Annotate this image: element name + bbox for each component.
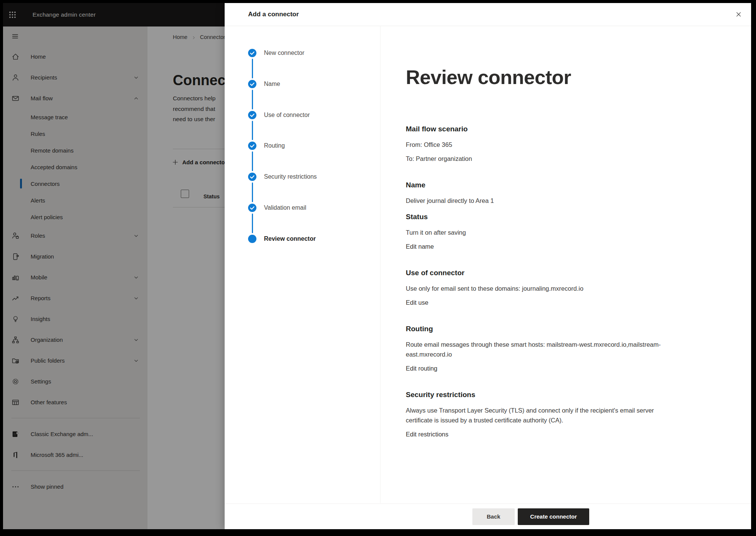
section-heading: Security restrictions: [406, 390, 708, 400]
step-label-use-of-connector[interactable]: Use of connector: [264, 110, 310, 120]
close-button[interactable]: [733, 9, 744, 20]
review-section-name: NameDeliver journal directly to Area 1St…: [406, 180, 708, 251]
step-complete-check-icon: [248, 173, 256, 181]
section-text: Turn it on after saving: [406, 227, 705, 237]
edit-link-edit-restrictions[interactable]: Edit restrictions: [406, 429, 449, 439]
step-connector-line: [252, 121, 253, 140]
step-complete-check-icon: [248, 80, 256, 88]
modal-overlay: [3, 3, 225, 529]
review-section-routing: RoutingRoute email messages through thes…: [406, 324, 708, 373]
step-label-security-restrictions[interactable]: Security restrictions: [264, 172, 317, 182]
step-label-validation-email[interactable]: Validation email: [264, 203, 306, 213]
step-connector-line: [252, 213, 253, 233]
review-pane: Review connector Mail flow scenarioFrom:…: [406, 3, 708, 456]
step-label-name[interactable]: Name: [264, 79, 280, 89]
step-complete-check-icon: [248, 111, 256, 119]
section-text: From: Office 365: [406, 140, 705, 150]
step-label-new-connector[interactable]: New connector: [264, 48, 304, 58]
section-heading: Use of connector: [406, 268, 708, 278]
review-section-use-of-connector: Use of connectorUse only for email sent …: [406, 268, 708, 307]
exchange-admin-app: Exchange admin center HomeRecipientsMail…: [3, 3, 751, 529]
create-connector-button[interactable]: Create connector: [518, 508, 589, 525]
step-label-review-connector[interactable]: Review connector: [264, 234, 316, 244]
review-section-security-restrictions: Security restrictionsAlways use Transpor…: [406, 390, 708, 439]
section-text: Deliver journal directly to Area 1: [406, 196, 705, 206]
add-connector-wizard: Add a connector New connectorNameUse of …: [225, 3, 751, 529]
close-icon: [735, 11, 742, 18]
step-complete-check-icon: [248, 204, 256, 212]
section-text: Always use Transport Layer Security (TLS…: [406, 405, 705, 425]
step-complete-check-icon: [248, 142, 256, 150]
section-heading: Status: [406, 212, 708, 222]
review-sections: Mail flow scenarioFrom: Office 365To: Pa…: [406, 124, 708, 439]
divider: [380, 26, 380, 503]
back-button[interactable]: Back: [472, 508, 515, 525]
section-heading: Mail flow scenario: [406, 124, 708, 134]
edit-link-edit-use[interactable]: Edit use: [406, 298, 428, 307]
wizard-footer: Back Create connector: [225, 503, 751, 529]
step-label-routing[interactable]: Routing: [264, 141, 285, 151]
section-text: Route email messages through these smart…: [406, 340, 705, 359]
edit-link-edit-routing[interactable]: Edit routing: [406, 363, 437, 373]
step-connector-line: [252, 151, 253, 171]
section-heading: Name: [406, 180, 708, 190]
review-section-mail-flow-scenario: Mail flow scenarioFrom: Office 365To: Pa…: [406, 124, 708, 164]
section-text: To: Partner organization: [406, 154, 705, 164]
step-connector-line: [252, 59, 253, 78]
step-current-dot-icon: [248, 235, 256, 243]
wizard-stepper: New connectorNameUse of connectorRouting…: [225, 3, 380, 503]
screen: Exchange admin center HomeRecipientsMail…: [0, 0, 756, 536]
step-complete-check-icon: [248, 49, 256, 57]
review-heading: Review connector: [406, 65, 708, 89]
edit-link-edit-name[interactable]: Edit name: [406, 242, 434, 251]
section-text: Use only for email sent to these domains…: [406, 284, 705, 293]
step-connector-line: [252, 90, 253, 109]
section-heading: Routing: [406, 324, 708, 334]
step-connector-line: [252, 182, 253, 202]
